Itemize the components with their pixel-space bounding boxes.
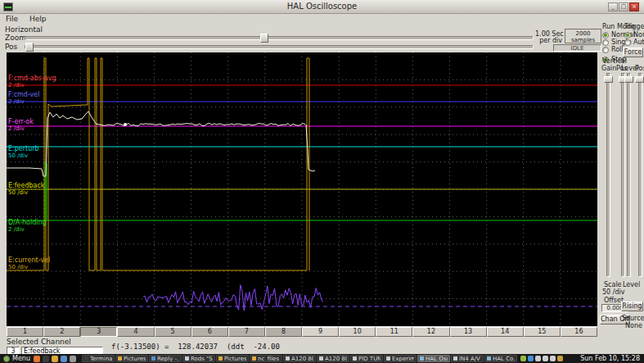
menu-file[interactable]: File — [0, 14, 24, 24]
channel-button-16[interactable]: 16 — [561, 327, 597, 337]
radio-icon — [624, 32, 631, 39]
channel-button-14[interactable]: 14 — [487, 327, 524, 337]
window-icon — [252, 356, 256, 361]
menu-button-label: Menu — [12, 355, 30, 362]
bluetooth-icon[interactable] — [528, 356, 534, 361]
channel-scale: 2 /div — [8, 98, 40, 105]
task-a120-80[interactable]: A120 80... — [317, 355, 349, 362]
scope-display[interactable]: F:cmd-abs-avg2 /divF:cmd-vel2 /divF-err-… — [7, 52, 597, 326]
cursor-readout: f(-3.13500) = 128.42037 (ddt -24.00 — [111, 343, 280, 351]
menu-button[interactable]: Menu — [0, 354, 34, 363]
channel-name: E:perturb — [8, 145, 39, 152]
window-icon — [84, 356, 88, 361]
window-icon — [118, 356, 122, 361]
task-label: Terminal — [90, 356, 112, 362]
window-icon — [185, 356, 189, 361]
trigger-pos-slider[interactable] — [638, 73, 642, 277]
task-hal-osc[interactable]: HAL Osc... — [417, 355, 450, 362]
screenshot-icon[interactable] — [70, 356, 76, 362]
mint-logo-icon — [3, 356, 10, 362]
trigger-level-label: Level — [623, 281, 640, 288]
channel-button-12[interactable]: 12 — [412, 327, 449, 337]
radio-icon — [624, 39, 631, 46]
trigger-level-slider[interactable] — [627, 73, 631, 277]
channel-button-3[interactable]: 3 — [80, 327, 117, 337]
run-mode-option-label: Roll — [611, 46, 624, 53]
scope-canvas — [7, 52, 597, 326]
channel-button-8[interactable]: 8 — [265, 327, 302, 337]
clipboard-icon[interactable] — [557, 356, 563, 361]
scale-label: Scale — [604, 281, 622, 288]
channel-button-5[interactable]: 5 — [155, 327, 191, 337]
pos-slider-handle[interactable] — [25, 43, 34, 52]
window-icon — [286, 356, 290, 361]
system-tray — [520, 356, 565, 361]
window-icon — [386, 356, 390, 361]
channel-scale: 2 /div — [8, 82, 56, 88]
vertical-pos-slider[interactable] — [621, 73, 625, 277]
radio-icon — [602, 47, 609, 53]
network-icon[interactable] — [543, 356, 548, 361]
trace-feedback-end — [306, 125, 315, 171]
samples-info-box[interactable]: 2000 samples at 200 Hz — [565, 29, 601, 43]
window-icon — [151, 356, 155, 361]
channel-button-10[interactable]: 10 — [339, 327, 376, 337]
trigger-level-slider-handle[interactable] — [624, 76, 633, 83]
editor-icon[interactable] — [61, 356, 67, 362]
volume-icon[interactable] — [535, 356, 541, 361]
battery-icon[interactable] — [550, 356, 556, 361]
channel-button-9[interactable]: 9 — [302, 327, 339, 337]
maximize-button-icon[interactable]: □ — [619, 2, 628, 11]
gain-slider-handle[interactable] — [604, 76, 613, 83]
channel-button-13[interactable]: 13 — [450, 327, 487, 337]
task-hal-co[interactable]: HAL Co... — [484, 355, 517, 362]
force-button[interactable]: Force — [623, 48, 643, 57]
zoom-slider[interactable] — [25, 36, 534, 40]
minimize-button-icon[interactable]: _ — [608, 2, 618, 11]
zoom-slider-handle[interactable] — [260, 34, 268, 43]
channel-label-f-cmd-abs-avg: F:cmd-abs-avg2 /div — [8, 75, 56, 88]
trigger-option-label: Auto — [633, 39, 644, 46]
task-terminal[interactable]: Terminal — [82, 355, 115, 362]
trigger-options: NormalAuto — [624, 31, 644, 46]
updates-icon[interactable] — [520, 356, 526, 361]
gain-slider[interactable] — [606, 73, 610, 277]
channel-scale: 2 /div — [8, 125, 34, 132]
rising-button[interactable]: Rising — [621, 302, 643, 311]
task-rods-s[interactable]: Rods "S... — [182, 355, 215, 362]
channel-button-row: 12345678910111213141516 — [7, 327, 597, 337]
channel-button-11[interactable]: 11 — [376, 327, 412, 337]
task-pictures[interactable]: Pictures — [216, 355, 249, 362]
trigger-option-auto[interactable]: Auto — [624, 39, 644, 46]
vertical-title: Vertical — [602, 57, 627, 65]
channel-button-15[interactable]: 15 — [524, 327, 561, 337]
channel-button-2[interactable]: 2 — [43, 327, 80, 337]
channel-button-7[interactable]: 7 — [228, 327, 265, 337]
task-pictures[interactable]: Pictures — [115, 355, 148, 362]
channel-scale: 50 /div — [8, 189, 45, 196]
trigger-option-normal[interactable]: Normal — [624, 31, 644, 39]
close-button-icon[interactable]: × — [629, 2, 639, 11]
trigger-pos-slider-handle[interactable] — [635, 76, 644, 83]
task-label: IN4 A/V — [459, 356, 480, 362]
clock[interactable]: Sun Feb 10, 15:28 — [580, 355, 644, 362]
pos-slider[interactable] — [25, 45, 534, 49]
terminal-icon[interactable] — [43, 356, 49, 362]
firefox-icon[interactable] — [34, 356, 40, 362]
window-icon — [353, 356, 357, 361]
trigger-source-label: Source — [622, 315, 644, 322]
task-a120-80[interactable]: A120 80... — [283, 355, 316, 362]
task-experim[interactable]: Experim... — [384, 355, 417, 362]
task-pid-tune[interactable]: PID TUNE — [350, 355, 383, 362]
window-icon — [487, 356, 491, 361]
files-icon[interactable] — [52, 356, 58, 362]
channel-button-4[interactable]: 4 — [117, 327, 154, 337]
task-reply[interactable]: Reply -... — [149, 355, 182, 362]
channel-button-1[interactable]: 1 — [7, 327, 43, 337]
trigger-point-dot — [124, 123, 127, 126]
channel-button-6[interactable]: 6 — [191, 327, 228, 337]
menu-help[interactable]: Help — [24, 14, 52, 24]
task-nc-files[interactable]: nc_files — [250, 355, 282, 362]
task-in4-a-v[interactable]: IN4 A/V — [451, 355, 484, 362]
samples-count: 2000 samples — [571, 30, 595, 43]
